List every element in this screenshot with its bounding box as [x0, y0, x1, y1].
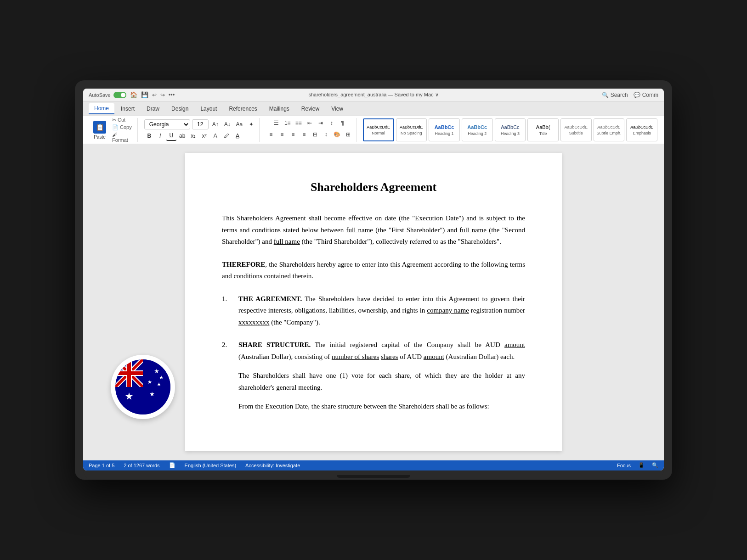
columns-btn[interactable]: ⊟ [310, 129, 320, 140]
tab-mailings[interactable]: Mailings [264, 104, 295, 114]
save-status-text: Saved to my Mac [395, 92, 434, 97]
strikethrough-button[interactable]: ab [177, 131, 187, 141]
title-bar-icon-redo[interactable]: ↪ [160, 92, 165, 98]
font-color-btn[interactable]: A [210, 131, 221, 141]
copy-icon[interactable]: 📄 Copy [111, 124, 135, 131]
shading-btn[interactable]: 🎨 [332, 129, 342, 140]
style-no-spacing[interactable]: AaBbCcDdE No Spacing [396, 118, 427, 141]
title-bar-dropdown-icon[interactable]: ∨ [435, 92, 439, 97]
laptop-container: AutoSave 🏠 💾 ↩ ↪ ••• shareholders_agreem… [75, 80, 672, 480]
australia-flag [115, 359, 170, 414]
align-left-btn[interactable]: ≡ [266, 129, 276, 140]
style-heading1[interactable]: AaBbCc Heading 1 [429, 118, 460, 141]
font-color2-btn[interactable]: A̲ [232, 131, 243, 141]
style-subtleemph-label: Subtle Emph. [596, 131, 621, 135]
style-title-preview: AaBb( [536, 124, 550, 130]
justify-btn[interactable]: ≡ [299, 129, 309, 140]
superscript-button[interactable]: x² [199, 131, 209, 141]
section-2: 2. SHARE STRUCTURE. The initial register… [222, 339, 525, 413]
tab-review[interactable]: Review [296, 104, 325, 114]
shares-word-placeholder: shares [381, 353, 398, 360]
font-family-select[interactable]: Georgia Arial Times New Roman [144, 119, 190, 129]
search-area[interactable]: 🔍 Search [602, 92, 628, 98]
focus-label[interactable]: Focus [617, 463, 631, 468]
tab-layout[interactable]: Layout [195, 104, 222, 114]
change-case-btn[interactable]: Aa [234, 119, 244, 129]
title-bar-right: 🔍 Search 💬 Comm [602, 92, 658, 98]
num-shares-placeholder: number of shares [332, 353, 379, 360]
word-count: 2 of 1267 words [124, 463, 159, 468]
style-h2-label: Heading 2 [468, 131, 487, 136]
title-bar-icon-undo[interactable]: ↩ [152, 92, 157, 98]
title-bar-filename: shareholders_agreement_australia — Saved… [308, 92, 438, 98]
paste-label: Paste [94, 134, 106, 140]
flag-circle [111, 355, 175, 419]
title-bar-icon-more[interactable]: ••• [169, 91, 175, 98]
registration-number-placeholder: xxxxxxxxx [238, 319, 270, 326]
cut-icon[interactable]: ✂ Cut [111, 117, 135, 123]
paragraph-group: ☰ 1≡ ≡≡ ⇤ ⇥ ↕ ¶ ≡ ≡ ≡ ≡ ⊟ ↕ 🎨 ⊞ [263, 118, 357, 142]
tab-home[interactable]: Home [89, 103, 114, 114]
font-size-decrease[interactable]: A↓ [222, 119, 232, 129]
tab-references[interactable]: References [223, 104, 262, 114]
tab-design[interactable]: Design [166, 104, 194, 114]
style-h1-label: Heading 1 [435, 131, 454, 136]
laptop-notch [337, 475, 410, 478]
tab-view[interactable]: View [326, 104, 349, 114]
bullets-btn[interactable]: ☰ [272, 118, 282, 128]
view-mode-icon[interactable]: 📱 [638, 462, 645, 468]
style-subtle-emph[interactable]: AaBbCcDdE Subtle Emph. [594, 118, 625, 141]
borders-btn[interactable]: ⊞ [343, 129, 353, 140]
highlight-btn[interactable]: 🖊 [221, 131, 232, 141]
numbering-btn[interactable]: 1≡ [283, 118, 293, 128]
svg-rect-9 [115, 371, 143, 375]
line-spacing-btn[interactable]: ↕ [321, 129, 331, 140]
style-subtleemph-preview: AaBbCcDdE [597, 125, 621, 130]
filename-text: shareholders_agreement_australia [308, 92, 386, 97]
laptop-base [83, 470, 664, 480]
font-size-increase[interactable]: A↑ [210, 119, 221, 129]
subscript-button[interactable]: x₂ [188, 131, 198, 141]
comment-label: Comm [642, 92, 658, 98]
autosave-toggle[interactable] [113, 92, 126, 98]
align-right-btn[interactable]: ≡ [288, 129, 298, 140]
bold-button[interactable]: B [144, 131, 154, 141]
clipboard-icons: ✂ Cut 📄 Copy 🖌 Format [111, 117, 135, 143]
section-2-para3: From the Execution Date, the share struc… [238, 401, 525, 413]
tab-draw[interactable]: Draw [141, 104, 165, 114]
format-painter-icon[interactable]: 🖌 Format [111, 131, 135, 143]
document-page[interactable]: Shareholders Agreement This Shareholders… [185, 153, 562, 451]
section-2-number: 2. [222, 339, 231, 413]
style-h3-label: Heading 3 [501, 131, 520, 136]
decrease-indent-btn[interactable]: ⇤ [305, 118, 315, 128]
title-bar-left: AutoSave 🏠 💾 ↩ ↪ ••• [89, 91, 175, 98]
first-shareholder-placeholder: full name [346, 226, 373, 234]
sort-btn[interactable]: ↕ [327, 118, 337, 128]
multilevel-btn[interactable]: ≡≡ [294, 118, 304, 128]
title-bar-icon-save[interactable]: 💾 [141, 91, 148, 98]
style-normal[interactable]: AaBbCcDdE Normal [363, 118, 394, 141]
style-heading2[interactable]: AaBbCc Heading 2 [462, 118, 493, 141]
show-marks-btn[interactable]: ¶ [338, 118, 348, 128]
underline-button[interactable]: U [166, 131, 176, 141]
style-title[interactable]: AaBb( Title [527, 118, 559, 141]
title-bar-icon-house: 🏠 [130, 91, 137, 98]
paste-button[interactable]: 📋 Paste [90, 120, 110, 140]
clear-format-btn[interactable]: ✦ [246, 119, 256, 129]
style-normal-label: Normal [372, 131, 385, 135]
increase-indent-btn[interactable]: ⇥ [316, 118, 326, 128]
style-subtitle[interactable]: AaBbCcDdE Subtitle [560, 118, 592, 141]
align-center-btn[interactable]: ≡ [277, 129, 287, 140]
comment-area[interactable]: 💬 Comm [634, 92, 658, 98]
style-nospacing-label: No Spacing [401, 131, 422, 135]
section-2-para2: The Shareholders shall have one (1) vote… [238, 370, 525, 393]
style-heading3[interactable]: AaBbCc Heading 3 [495, 118, 526, 141]
font-size-input[interactable] [192, 119, 209, 129]
clipboard-group: 📋 Paste ✂ Cut 📄 Copy 🖌 Format [87, 118, 138, 142]
paste-icon: 📋 [93, 121, 106, 134]
style-emphasis[interactable]: AaBbCcDdE Emphasis [626, 118, 657, 141]
tab-insert[interactable]: Insert [115, 104, 140, 114]
italic-button[interactable]: I [155, 131, 165, 141]
section-1-title: THE AGREEMENT. [238, 295, 302, 302]
ribbon-content: 📋 Paste ✂ Cut 📄 Copy 🖌 Format Georgia Ar… [83, 116, 664, 144]
